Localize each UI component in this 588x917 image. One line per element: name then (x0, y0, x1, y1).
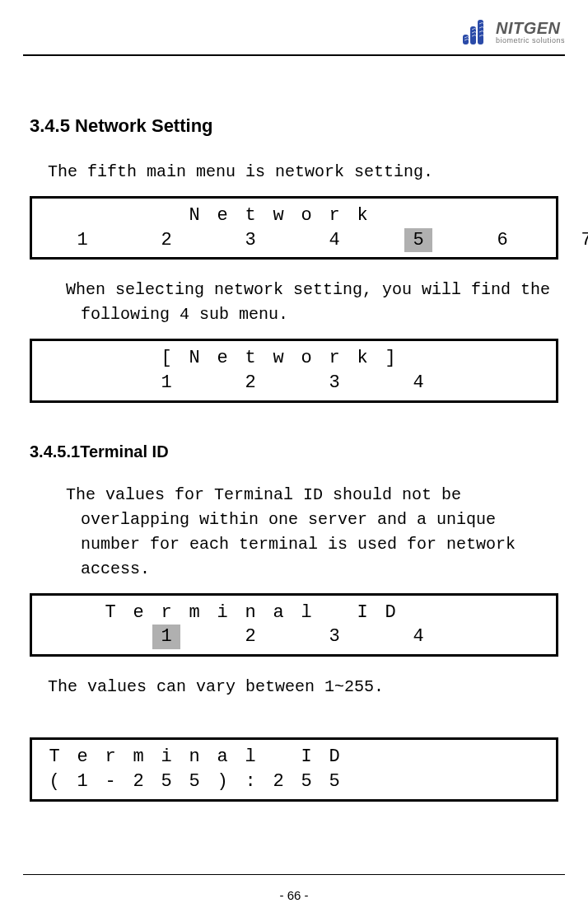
lcd-cell: t (236, 204, 264, 228)
lcd-cell (432, 228, 460, 253)
lcd-display-terminal-id-input: Terminal ID (1-255):255 (30, 737, 558, 801)
lcd-cell: 3 (320, 371, 348, 395)
lcd-cell (348, 228, 376, 253)
lcd-cell (376, 770, 404, 794)
lcd-row: Terminal ID (40, 745, 548, 770)
lcd-cell: l (292, 601, 320, 625)
lcd-cell (460, 770, 488, 794)
lcd-cell (320, 601, 348, 625)
lcd-cell (208, 228, 236, 253)
lcd-cell (208, 371, 236, 395)
lcd-cell (124, 228, 152, 253)
brand-tagline: biometric solutions (496, 37, 565, 44)
lcd-cell: 2 (124, 770, 152, 794)
lcd-cell (96, 204, 124, 228)
lcd-cell (460, 745, 488, 770)
lcd-cell: 1 (152, 371, 180, 395)
lcd-cell (40, 371, 68, 395)
lcd-cell: 2 (236, 371, 264, 395)
lcd-cell (404, 745, 432, 770)
lcd-cell (432, 770, 460, 794)
lcd-cell: ) (208, 770, 236, 794)
lcd-cell: N (180, 204, 208, 228)
lcd-cell (376, 625, 404, 649)
lcd-cell (68, 625, 96, 649)
lcd-cell (376, 204, 404, 228)
lcd-cell (488, 204, 516, 228)
page-content: 3.4.5 Network Setting The fifth main men… (0, 115, 588, 802)
lcd-cell (68, 204, 96, 228)
lcd-cell (348, 770, 376, 794)
lcd-cell: 5 (152, 770, 180, 794)
lcd-cell (40, 625, 68, 649)
lcd-row: (1-255):255 (40, 770, 548, 794)
lcd-cell (348, 625, 376, 649)
lcd-cell (264, 228, 292, 253)
lcd-cell: 4 (404, 625, 432, 649)
lcd-cell: l (236, 745, 264, 770)
lcd-cell (376, 371, 404, 395)
lcd-cell (68, 371, 96, 395)
lcd-cell (432, 601, 460, 625)
lcd-cell: e (124, 601, 152, 625)
lcd-cell: : (236, 770, 264, 794)
lcd-cell (96, 625, 124, 649)
lcd-cell (292, 625, 320, 649)
lcd-cell (460, 346, 488, 371)
lcd-cell (432, 625, 460, 649)
lcd-cell: i (152, 745, 180, 770)
lcd-cell: 6 (488, 228, 516, 253)
lcd-cell: 4 (320, 228, 348, 253)
lcd-cell: k (348, 346, 376, 371)
lcd-row: Terminal ID (40, 601, 548, 625)
lcd-cell: w (264, 346, 292, 371)
lcd-cell (460, 204, 488, 228)
paragraph-terminal-id: The values for Terminal ID should not be… (48, 483, 558, 582)
lcd-display-network-menu: Network 1 2 3 4 5 6 7 (30, 196, 558, 260)
lcd-cell: 1 (68, 770, 96, 794)
lcd-cell: 2 (264, 770, 292, 794)
lcd-cell: 3 (320, 625, 348, 649)
page-footer: - 66 - (0, 874, 588, 902)
lcd-cell (404, 601, 432, 625)
lcd-cell (516, 228, 544, 253)
brand-name: NITGEN (496, 20, 565, 36)
lcd-cell (40, 601, 68, 625)
lcd-cell: ( (40, 770, 68, 794)
lcd-cell: o (292, 204, 320, 228)
lcd-cell (376, 228, 404, 253)
lcd-cell: n (180, 745, 208, 770)
brand-logo: NITGEN biometric solutions (463, 20, 565, 44)
lcd-cell: m (124, 745, 152, 770)
lcd-cell: I (348, 601, 376, 625)
paragraph-range: The values can vary between 1~255. (48, 675, 558, 699)
lcd-cell: 7 (572, 228, 588, 253)
lcd-cell: r (96, 745, 124, 770)
lcd-cell (488, 745, 516, 770)
lcd-row: [Network] (40, 346, 548, 371)
lcd-row: Network (40, 204, 548, 228)
lcd-cell (124, 346, 152, 371)
lcd-cell: 5 (320, 770, 348, 794)
lcd-cell (488, 625, 516, 649)
lcd-cell (40, 228, 68, 253)
lcd-cell (404, 770, 432, 794)
lcd-cell (264, 625, 292, 649)
lcd-cell (152, 204, 180, 228)
fingerprint-icon (463, 20, 491, 44)
lcd-cell: m (180, 601, 208, 625)
lcd-cell: o (292, 346, 320, 371)
lcd-cell: e (208, 346, 236, 371)
lcd-cell (376, 745, 404, 770)
lcd-cell: r (152, 601, 180, 625)
lcd-row: 1 2 3 4 (40, 625, 548, 649)
lcd-cell: 4 (404, 371, 432, 395)
lcd-cell (292, 228, 320, 253)
lcd-cell (68, 601, 96, 625)
lcd-cell: t (236, 346, 264, 371)
lcd-cell: I (292, 745, 320, 770)
lcd-cell: 2 (236, 625, 264, 649)
paragraph-intro: The fifth main menu is network setting. (48, 160, 558, 185)
lcd-cell (488, 770, 516, 794)
lcd-cell (488, 601, 516, 625)
